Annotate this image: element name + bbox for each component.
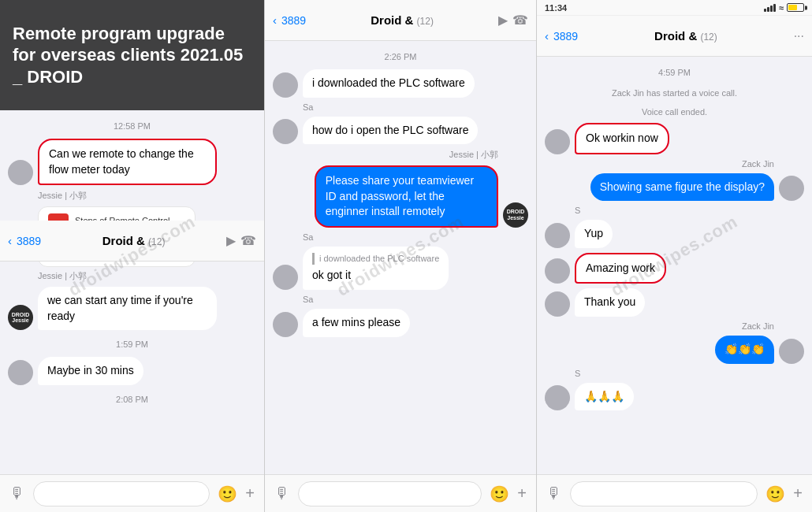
avatar: [273, 119, 298, 144]
sender-label: Sa: [303, 295, 528, 304]
message-row: 👏👏👏: [545, 336, 804, 364]
back-button-1[interactable]: ‹: [8, 234, 12, 247]
video-icon[interactable]: ▶: [498, 13, 508, 28]
panel-1: Remote program upgrade for overseas clie…: [0, 0, 264, 512]
message-row: Amazing work: [545, 253, 804, 284]
chat-header-2: ‹ 3889 Droid & (12) ▶ ☎: [265, 0, 536, 41]
message-bubble: Yup: [575, 220, 613, 248]
chat-header-1: ‹ 3889 Droid & (12) ▶ ☎: [0, 221, 264, 262]
phone-icon[interactable]: ☎: [240, 233, 256, 248]
avatar: [545, 258, 570, 284]
text-input[interactable]: [298, 481, 482, 506]
message-bubble: i downloaded the PLC software ok got it: [303, 247, 449, 290]
message-row: 🙏🙏🙏: [545, 383, 804, 411]
header-icons-3: ···: [794, 29, 804, 43]
back-count-1: 3889: [17, 235, 41, 247]
file-sender-label: Jessie | 小郭: [38, 190, 256, 202]
plus-icon[interactable]: +: [793, 484, 803, 503]
message-bubble: a few mins please: [303, 309, 410, 337]
sender-label: Jessie | 小郭: [273, 149, 498, 161]
avatar: [273, 265, 298, 290]
sender-label: Sa: [303, 232, 528, 242]
plus-icon[interactable]: +: [245, 484, 255, 503]
back-button-2[interactable]: ‹: [273, 13, 277, 27]
sender-label: Zack Jin: [545, 321, 774, 331]
chat-input-3: 🎙 🙂 +: [537, 474, 812, 512]
sender-label: Zack Jin: [545, 159, 774, 169]
avatar-droid: DROIDJessie: [503, 202, 528, 228]
back-count-3: 3889: [553, 30, 578, 43]
phone-icon[interactable]: ☎: [512, 13, 528, 28]
avatar: [8, 160, 33, 185]
timestamp-1: 12:58 PM: [8, 121, 256, 131]
emoji-icon[interactable]: 🙂: [490, 484, 509, 503]
time: 11:34: [545, 3, 567, 13]
message-row: DROIDJessie we can start any time if you…: [8, 287, 256, 330]
header-icons-2: ▶ ☎: [498, 13, 528, 28]
panel-2: droidwipes.com ‹ 3889 Droid & (12) ▶ ☎ 2…: [264, 0, 536, 512]
emoji-icon[interactable]: 🙂: [218, 484, 237, 503]
more-icon[interactable]: ···: [794, 29, 804, 43]
message-row: Can we remote to change the flow meter t…: [8, 139, 256, 185]
avatar: [545, 385, 570, 410]
header-icons-1: ▶ ☎: [226, 233, 256, 248]
message-bubble: 👏👏👏: [715, 336, 774, 364]
chat-body-3: 4:59 PM Zack Jin has started a voice cal…: [537, 57, 812, 490]
avatar: [273, 72, 298, 98]
panel-3: droidwipes.com 11:34 ≈ ‹ 3889 Droid & (1…: [536, 0, 812, 512]
title-overlay: Remote program upgrade for overseas clie…: [0, 0, 264, 110]
mic-icon[interactable]: 🎙: [9, 484, 25, 503]
system-msg-2: Voice call ended.: [545, 107, 804, 117]
timestamp-p2: 2:26 PM: [273, 52, 528, 61]
chat-header-3: ‹ 3889 Droid & (12) ···: [537, 16, 812, 57]
message-bubble: Maybe in 30 mins: [38, 357, 143, 385]
message-bubble: 🙏🙏🙏: [575, 383, 634, 411]
avatar: [779, 176, 804, 201]
header-title-3: Droid & (12): [583, 29, 789, 43]
quoted-text: i downloaded the PLC software: [312, 253, 439, 265]
sender-label: Sa: [303, 102, 528, 112]
message-row: Yup: [545, 220, 804, 248]
video-icon[interactable]: ▶: [226, 233, 236, 248]
chat-body-2: 2:26 PM i downloaded the PLC software Sa…: [265, 41, 536, 474]
mic-icon[interactable]: 🎙: [546, 484, 562, 503]
wifi-icon: ≈: [779, 3, 784, 13]
back-count-2: 3889: [281, 14, 306, 27]
header-title-2: Droid & (12): [311, 13, 494, 27]
avatar: [545, 129, 570, 154]
message-row: a few mins please: [273, 309, 528, 337]
sender-label: S: [575, 206, 804, 215]
message-bubble: how do i open the PLC software: [303, 117, 478, 145]
avatar-droid: DROIDJessie: [8, 305, 33, 330]
message-bubble: Can we remote to change the flow meter t…: [38, 139, 217, 185]
plus-icon[interactable]: +: [517, 484, 527, 503]
battery-icon: [787, 3, 804, 12]
text-input[interactable]: [33, 481, 210, 506]
text-input[interactable]: [570, 481, 758, 506]
avatar: [545, 223, 570, 248]
message-row: Showing same figure the display?: [545, 173, 804, 202]
message-bubble: Ok workin now: [575, 123, 669, 154]
avatar: [545, 291, 570, 317]
signal-icon: [764, 4, 776, 12]
chat-input-1: 🎙 🙂 +: [0, 474, 264, 512]
message-bubble: Amazing work: [575, 253, 666, 284]
message-bubble: Thank you: [575, 288, 645, 317]
status-bar: 11:34 ≈: [537, 0, 812, 16]
mic-icon[interactable]: 🎙: [274, 484, 290, 503]
message-row: Ok workin now: [545, 123, 804, 154]
message-row: i downloaded the PLC software: [273, 69, 528, 98]
message-row: i downloaded the PLC software ok got it: [273, 247, 528, 290]
chat-input-2: 🎙 🙂 +: [265, 474, 536, 512]
message-row: Maybe in 30 mins: [8, 357, 256, 385]
message-row: Thank you: [545, 288, 804, 317]
timestamp-p3: 4:59 PM: [545, 68, 804, 77]
message-row: how do i open the PLC software: [273, 117, 528, 145]
back-button-3[interactable]: ‹: [545, 29, 549, 43]
message-bubble: Showing same figure the display?: [590, 173, 774, 202]
emoji-icon[interactable]: 🙂: [765, 484, 785, 503]
message-bubble: Please share your teamviewer ID and pass…: [315, 165, 498, 228]
avatar: [8, 360, 33, 385]
status-icons: ≈: [764, 3, 804, 13]
message-bubble: i downloaded the PLC software: [303, 69, 475, 98]
